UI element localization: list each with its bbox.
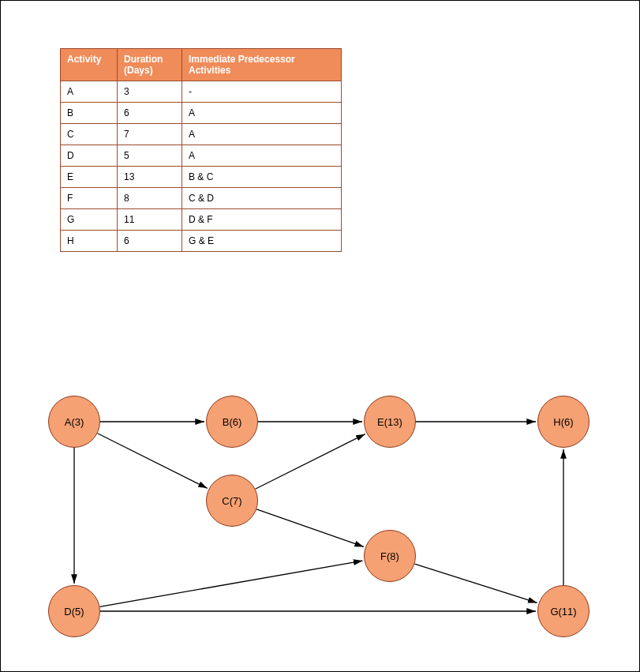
node-g: G(11) <box>537 585 589 637</box>
cell-activity: E <box>61 167 118 188</box>
col-header-predecessor: Immediate Predecessor Activities <box>182 49 342 81</box>
activity-network-diagram: A(3) B(6) C(7) D(5) E(13) F(8) G(11) H(6… <box>48 380 601 640</box>
cell-predecessor: A <box>182 103 342 124</box>
table-row: E 13 B & C <box>61 167 342 188</box>
node-f: F(8) <box>364 530 416 582</box>
node-a: A(3) <box>48 396 100 448</box>
node-label: C(7) <box>222 495 241 507</box>
node-d: D(5) <box>48 585 100 637</box>
col-header-duration: Duration (Days) <box>118 49 182 81</box>
node-label: B(6) <box>223 416 242 428</box>
table-row: B 6 A <box>61 103 342 124</box>
edge-C-F <box>256 509 364 547</box>
node-b: B(6) <box>206 396 258 448</box>
cell-activity: A <box>61 81 118 103</box>
node-label: G(11) <box>550 606 576 618</box>
cell-predecessor: A <box>182 145 342 167</box>
node-label: D(5) <box>64 606 84 618</box>
cell-duration: 8 <box>118 188 182 209</box>
table-header-row: Activity Duration (Days) Immediate Prede… <box>61 49 342 81</box>
cell-predecessor: A <box>182 124 342 145</box>
table-row: D 5 A <box>61 145 342 167</box>
table-row: H 6 G & E <box>61 231 342 252</box>
cell-predecessor: D & F <box>182 209 342 231</box>
cell-predecessor: - <box>182 81 342 103</box>
cell-activity: H <box>61 231 118 252</box>
node-label: F(8) <box>380 550 399 562</box>
col-header-activity: Activity <box>61 49 118 81</box>
cell-duration: 7 <box>118 124 182 145</box>
edge-A-C <box>98 434 208 489</box>
page-frame: Activity Duration (Days) Immediate Prede… <box>0 0 640 672</box>
node-e: E(13) <box>364 396 416 448</box>
cell-activity: B <box>61 103 118 124</box>
cell-duration: 6 <box>118 103 182 124</box>
edge-F-G <box>414 564 537 603</box>
cell-duration: 5 <box>118 145 182 167</box>
node-label: A(3) <box>65 416 84 428</box>
node-c: C(7) <box>206 475 258 527</box>
cell-predecessor: B & C <box>182 167 342 188</box>
cell-activity: C <box>61 124 118 145</box>
cell-duration: 6 <box>118 231 182 252</box>
table-row: G 11 D & F <box>61 209 342 231</box>
table-row: A 3 - <box>61 81 342 103</box>
node-h: H(6) <box>537 396 589 448</box>
cell-activity: F <box>61 188 118 209</box>
cell-predecessor: G & E <box>182 231 342 252</box>
cell-duration: 3 <box>118 81 182 103</box>
activity-table: Activity Duration (Days) Immediate Prede… <box>60 48 342 252</box>
edges-layer <box>48 380 601 640</box>
activity-table-wrap: Activity Duration (Days) Immediate Prede… <box>60 48 342 252</box>
table-row: F 8 C & D <box>61 188 342 209</box>
node-label: H(6) <box>553 416 573 428</box>
cell-duration: 13 <box>118 167 182 188</box>
edge-D-F <box>100 561 363 606</box>
cell-predecessor: C & D <box>182 188 342 209</box>
cell-activity: D <box>61 145 118 167</box>
edge-C-E <box>256 434 365 490</box>
node-label: E(13) <box>377 416 402 428</box>
cell-duration: 11 <box>118 209 182 231</box>
table-row: C 7 A <box>61 124 342 145</box>
cell-activity: G <box>61 209 118 231</box>
